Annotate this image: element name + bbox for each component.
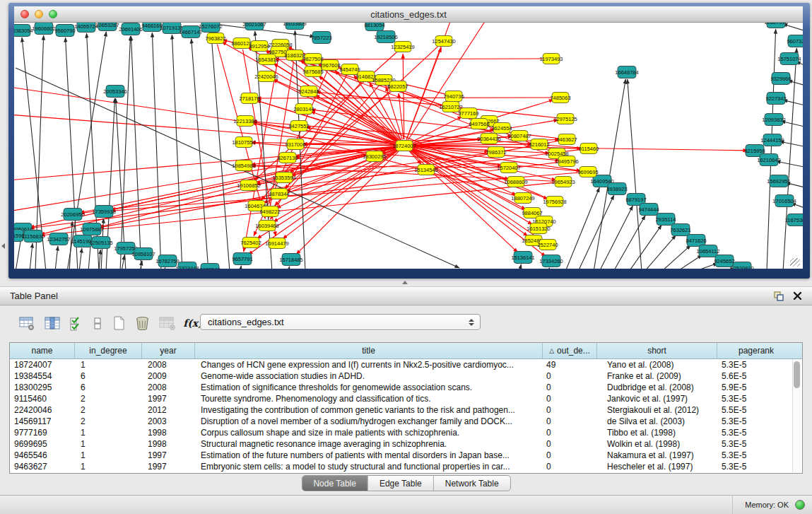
graph-node[interactable]: 12520810 <box>730 262 753 269</box>
graph-node[interactable]: 8267130 <box>277 153 298 163</box>
graph-node[interactable]: 9657791 <box>232 253 252 265</box>
graph-node[interactable]: 8912954 <box>249 41 269 52</box>
minimize-button[interactable] <box>35 10 43 18</box>
graph-node[interactable]: 9466169 <box>141 23 162 32</box>
graph-node[interactable]: 12867516 <box>764 23 787 28</box>
graph-node[interactable]: 17334260 <box>539 255 563 267</box>
graph-node[interactable]: 12547430 <box>432 36 455 47</box>
table-row[interactable]: 911546021997Tourette syndrome. Phenomeno… <box>10 393 802 404</box>
graph-edge[interactable] <box>767 29 776 269</box>
float-panel-icon[interactable] <box>773 291 784 302</box>
graph-node[interactable]: 15720407 <box>497 163 520 173</box>
graph-edge[interactable] <box>255 31 272 269</box>
splitter-handle-icon[interactable] <box>402 281 408 284</box>
zoom-button[interactable] <box>49 10 57 18</box>
graph-node[interactable]: 12213386 <box>233 116 257 127</box>
show-column-icon[interactable] <box>40 314 65 332</box>
graph-node[interactable]: 22420046 <box>254 71 278 82</box>
graph-node[interactable]: 10807487 <box>507 131 531 141</box>
table-scrollbar-thumb[interactable] <box>794 361 800 388</box>
graph-node[interactable]: 12505135 <box>89 237 112 249</box>
graph-node[interactable]: 19495796 <box>555 156 578 167</box>
graph-node[interactable]: 6497568 <box>469 119 489 129</box>
graph-edge[interactable] <box>594 79 625 269</box>
window-resize-grip[interactable] <box>790 258 800 267</box>
graph-node[interactable]: 7963822 <box>205 33 225 44</box>
graph-node[interactable]: 2718176 <box>239 93 259 104</box>
graph-edge[interactable] <box>565 187 599 269</box>
table-row[interactable]: 2242004622012Investigating the contribut… <box>10 404 802 416</box>
graph-edge[interactable] <box>628 79 642 269</box>
table-row[interactable]: 946362711997Embryonic stem cells: a mode… <box>10 461 802 472</box>
graph-edge[interactable] <box>783 24 803 33</box>
select-rows-icon[interactable] <box>65 314 88 332</box>
graph-node[interactable]: 16648784 <box>615 66 638 78</box>
graph-node[interactable]: 11156830 <box>22 230 45 243</box>
graph-node[interactable]: 12975125 <box>553 114 577 124</box>
graph-node[interactable]: 7857223 <box>311 32 331 44</box>
graph-node[interactable]: 9777169 <box>458 108 478 119</box>
graph-node[interactable]: 10975887 <box>80 223 103 235</box>
graph-edge[interactable] <box>122 255 124 269</box>
graph-node[interactable]: 9474444 <box>638 204 659 216</box>
graph-node[interactable]: 7485063 <box>550 93 570 103</box>
network-canvas[interactable]: 1838305419606602956079014055724106532872… <box>14 23 803 269</box>
graph-node[interactable]: 12323448 <box>175 262 199 269</box>
graph-node[interactable]: 9607325 <box>787 35 803 47</box>
table-row[interactable]: 977716911998Corpus callosum shape and si… <box>10 427 802 438</box>
graph-node[interactable]: 12444158 <box>760 134 784 146</box>
close-button[interactable] <box>20 10 29 18</box>
graph-node[interactable]: 20021067 <box>242 23 266 30</box>
graph-node[interactable]: 15136141 <box>511 252 534 264</box>
graph-node[interactable]: 16039468 <box>255 221 278 231</box>
graph-node[interactable]: 18724007 <box>392 141 416 151</box>
graph-node[interactable]: 8186328 <box>284 50 305 61</box>
table-scrollbar[interactable] <box>792 359 801 472</box>
graph-node[interactable]: 8813054 <box>364 23 384 31</box>
delete-trash-icon[interactable] <box>130 314 154 332</box>
graph-node[interactable]: 20053346 <box>103 86 126 98</box>
column-header-pagerank[interactable]: pagerank <box>717 343 795 358</box>
graph-node[interactable]: 8427552 <box>288 121 309 132</box>
graph-edge[interactable] <box>257 98 554 98</box>
graph-node[interactable]: 16151320 <box>526 223 550 234</box>
graph-node[interactable]: 8471626 <box>686 235 706 247</box>
graph-edge[interactable] <box>677 255 702 269</box>
graph-node[interactable]: 8938923 <box>606 183 627 195</box>
graph-edge[interactable] <box>69 221 72 269</box>
graph-node[interactable]: 15353594 <box>272 173 295 183</box>
graph-edge[interactable] <box>403 54 404 139</box>
graph-node[interactable]: 7632621 <box>670 224 690 236</box>
graph-edge[interactable] <box>131 36 141 269</box>
column-header-name[interactable]: name <box>10 343 75 358</box>
graph-node[interactable]: 3624554 <box>491 123 512 134</box>
graph-node[interactable]: 6216012 <box>529 139 549 150</box>
graph-node[interactable]: 20691406 <box>119 23 142 35</box>
graph-node[interactable]: 9875685 <box>302 66 323 77</box>
table-row[interactable]: 1456911722003Disruption of a novel membe… <box>10 416 802 427</box>
graph-node[interactable]: 17016504 <box>772 195 796 207</box>
tab-edge-table[interactable]: Edge Table <box>367 476 433 491</box>
graph-node[interactable]: 15134545 <box>414 165 437 175</box>
graph-edge[interactable] <box>152 33 161 269</box>
column-header-in_degree[interactable]: in_degree <box>75 343 142 358</box>
graph-node[interactable]: 19218506 <box>374 31 397 43</box>
graph-node[interactable]: 9242848 <box>298 86 319 97</box>
graph-edge[interactable] <box>613 216 645 269</box>
graph-edge[interactable] <box>519 264 522 269</box>
memory-ok-indicator[interactable] <box>795 500 805 510</box>
table-row[interactable]: 1830029562008Estimation of significance … <box>10 382 802 393</box>
graph-node[interactable]: 16210643 <box>757 154 780 166</box>
graph-node[interactable]: 19606602 <box>32 23 55 35</box>
graph-node[interactable]: 2803144 <box>293 104 314 115</box>
table-row[interactable]: 1938455462009Genome-wide association stu… <box>10 370 802 382</box>
graph-node[interactable]: 11973493 <box>540 54 563 64</box>
graph-edge[interactable] <box>55 246 58 269</box>
table-settings-icon[interactable] <box>14 314 40 332</box>
graph-node[interactable]: 12325419 <box>391 42 414 52</box>
graph-edge[interactable] <box>99 250 100 269</box>
graph-node[interactable]: 7940736 <box>443 91 464 102</box>
graph-edge[interactable] <box>240 266 241 269</box>
graph-node[interactable]: 15276072 <box>199 23 222 33</box>
graph-node[interactable]: 10958107 <box>131 248 155 260</box>
